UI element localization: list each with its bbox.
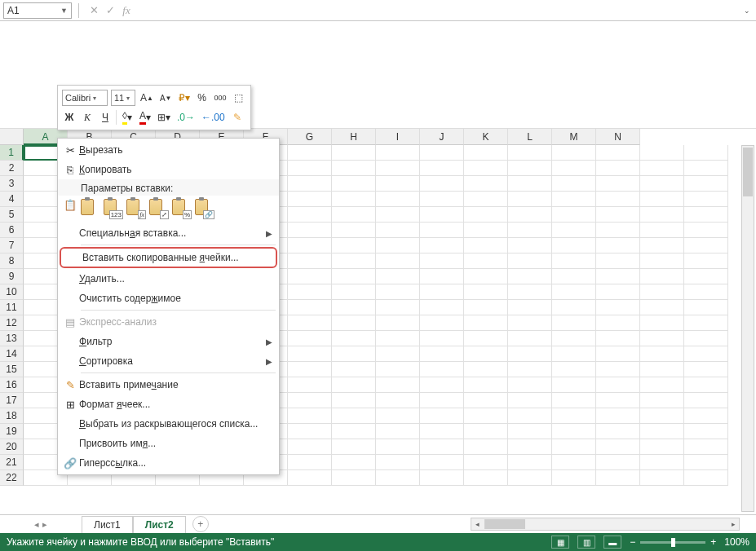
cell[interactable]: [376, 331, 420, 346]
col-header-N[interactable]: N: [596, 129, 640, 145]
cell[interactable]: [332, 161, 376, 176]
cell[interactable]: [420, 284, 464, 300]
cell[interactable]: [552, 269, 596, 284]
cell[interactable]: [508, 161, 552, 176]
row-header[interactable]: 21: [0, 455, 24, 470]
cell[interactable]: [640, 346, 684, 362]
row-header[interactable]: 18: [0, 408, 24, 424]
add-sheet-button[interactable]: +: [192, 516, 209, 532]
cell[interactable]: [596, 470, 640, 486]
cell[interactable]: [552, 223, 596, 238]
paste-options-header[interactable]: Параметры вставки:: [58, 179, 279, 196]
cell[interactable]: [376, 362, 420, 377]
cell[interactable]: [376, 377, 420, 393]
cell[interactable]: [640, 424, 684, 439]
cell[interactable]: [464, 393, 508, 408]
cell[interactable]: [376, 223, 420, 238]
cell[interactable]: [684, 207, 728, 223]
cell[interactable]: [508, 362, 552, 377]
cell[interactable]: [508, 300, 552, 315]
cell[interactable]: [376, 192, 420, 207]
cell[interactable]: [464, 207, 508, 223]
cell[interactable]: [596, 223, 640, 238]
cell[interactable]: [508, 238, 552, 253]
cell[interactable]: [288, 362, 332, 377]
cell[interactable]: [684, 424, 728, 439]
cell[interactable]: [508, 408, 552, 424]
zoom-out-icon[interactable]: −: [630, 536, 635, 548]
cell[interactable]: [596, 377, 640, 393]
cell[interactable]: [596, 439, 640, 455]
cell[interactable]: [332, 331, 376, 346]
cell[interactable]: [552, 238, 596, 253]
row-header[interactable]: 7: [0, 238, 24, 253]
cell[interactable]: [508, 223, 552, 238]
menu-paste-special[interactable]: Специальная вставка... ▶: [58, 223, 279, 243]
formula-input[interactable]: [135, 2, 741, 19]
row-header[interactable]: 10: [0, 284, 24, 300]
cell[interactable]: [596, 253, 640, 269]
expand-icon[interactable]: ⌄: [741, 7, 753, 15]
tab-nav[interactable]: ◂ ▸: [0, 519, 82, 530]
cell[interactable]: [376, 253, 420, 269]
cell[interactable]: [640, 238, 684, 253]
cell[interactable]: [420, 161, 464, 176]
row-header[interactable]: 2: [0, 161, 24, 176]
cell[interactable]: [640, 145, 684, 161]
cell[interactable]: [288, 300, 332, 315]
cell[interactable]: [596, 238, 640, 253]
cell[interactable]: [332, 377, 376, 393]
cell[interactable]: [420, 207, 464, 223]
row-header[interactable]: 8: [0, 253, 24, 269]
cell[interactable]: [596, 408, 640, 424]
cell[interactable]: [596, 284, 640, 300]
cell[interactable]: [464, 408, 508, 424]
merge-icon[interactable]: ⬚: [232, 90, 246, 106]
cell[interactable]: [508, 439, 552, 455]
cell[interactable]: [596, 176, 640, 192]
cell[interactable]: [508, 346, 552, 362]
cell[interactable]: [420, 377, 464, 393]
cell[interactable]: [596, 145, 640, 161]
cell[interactable]: [420, 300, 464, 315]
menu-define-name[interactable]: Присвоить имя...: [58, 434, 279, 453]
cell[interactable]: [552, 161, 596, 176]
cell[interactable]: [552, 315, 596, 331]
percent-icon[interactable]: %: [195, 90, 210, 106]
cell[interactable]: [332, 269, 376, 284]
cell[interactable]: [552, 145, 596, 161]
increase-font-icon[interactable]: A▲: [139, 90, 155, 106]
cell[interactable]: [684, 439, 728, 455]
cell[interactable]: [464, 377, 508, 393]
cell[interactable]: [464, 223, 508, 238]
cell[interactable]: [332, 176, 376, 192]
cell[interactable]: [376, 439, 420, 455]
cell[interactable]: [288, 238, 332, 253]
cell[interactable]: [684, 253, 728, 269]
cell[interactable]: [508, 176, 552, 192]
cell[interactable]: [464, 145, 508, 161]
cell[interactable]: [684, 300, 728, 315]
row-header[interactable]: 19: [0, 424, 24, 439]
cell[interactable]: [288, 223, 332, 238]
comma-style-icon[interactable]: 000: [213, 90, 228, 106]
font-color-icon[interactable]: A▾: [138, 109, 153, 126]
cell[interactable]: [508, 455, 552, 470]
cell[interactable]: [420, 439, 464, 455]
cell[interactable]: [464, 269, 508, 284]
cell[interactable]: [552, 176, 596, 192]
cell[interactable]: [596, 393, 640, 408]
cell[interactable]: [332, 207, 376, 223]
cell[interactable]: [376, 238, 420, 253]
row-header[interactable]: 14: [0, 346, 24, 362]
cell[interactable]: [332, 300, 376, 315]
name-box[interactable]: A1 ▼: [3, 2, 72, 19]
cell[interactable]: [332, 362, 376, 377]
cell[interactable]: [288, 284, 332, 300]
cell[interactable]: [288, 439, 332, 455]
cell[interactable]: [464, 238, 508, 253]
cell[interactable]: [420, 346, 464, 362]
cell[interactable]: [288, 161, 332, 176]
scroll-right-icon[interactable]: ▸: [727, 520, 739, 528]
cell[interactable]: [508, 470, 552, 486]
